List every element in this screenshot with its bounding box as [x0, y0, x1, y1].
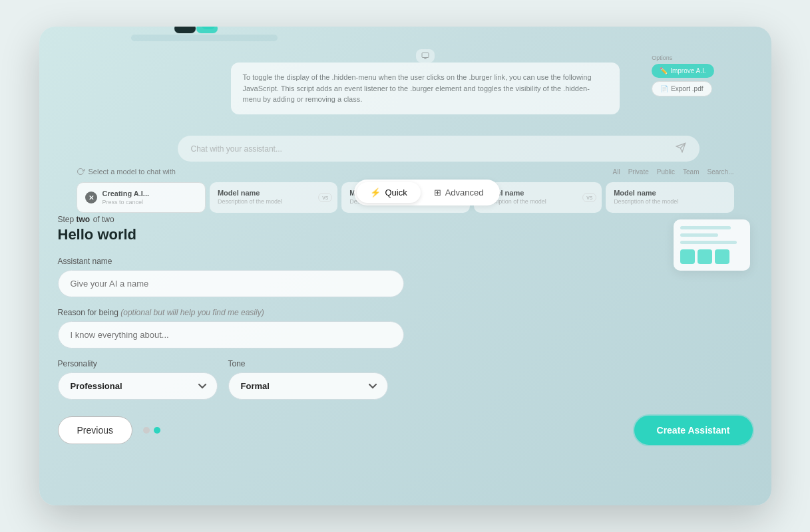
main-form-area: Step two of two Hello world ⚡ Quick ⊞ Ad… [58, 213, 753, 492]
improve-ai-button[interactable]: ✏️ Improve A.I. [652, 64, 713, 78]
floating-decoration-card [674, 219, 750, 271]
personality-label: Personality [58, 359, 218, 368]
create-assistant-button[interactable]: Create Assistant [634, 416, 753, 445]
options-panel: Options ✏️ Improve A.I. 📄 Export .pdf [652, 55, 713, 96]
cancel-icon[interactable]: ✕ [85, 192, 97, 203]
mode-toggle: ⚡ Quick ⊞ Advanced [354, 213, 499, 219]
vs-badge-1: vs [318, 193, 332, 202]
send-icon[interactable] [676, 142, 686, 155]
tone-label: Tone [228, 359, 388, 368]
creating-subtitle: Press to cancel [102, 199, 150, 205]
progress-dots [143, 427, 160, 434]
quick-mode-button[interactable]: ⚡ Quick [357, 182, 420, 203]
personality-select[interactable]: Professional Casual Friendly Formal [58, 372, 218, 400]
form-title: Hello world [58, 226, 753, 243]
robot-foot-left [174, 27, 196, 33]
quick-icon: ⚡ [370, 188, 381, 198]
tab-public[interactable]: Public [657, 168, 675, 176]
reason-label: Reason for being (optional but will help… [58, 308, 753, 317]
export-pdf-button[interactable]: 📄 Export .pdf [652, 81, 711, 96]
options-label: Options [652, 55, 713, 61]
dot-1 [143, 427, 150, 434]
advanced-icon: ⊞ [434, 188, 441, 198]
creating-ai-card[interactable]: ✕ Creating A.I... Press to cancel [77, 182, 206, 213]
tab-search[interactable]: Search... [707, 168, 733, 176]
reason-input[interactable] [58, 321, 404, 348]
dot-2 [154, 427, 160, 434]
robot-foot-right [196, 27, 218, 33]
refresh-icon [77, 168, 85, 176]
step-of: of two [93, 215, 114, 224]
device-frame: To toggle the display of the .hidden-men… [39, 27, 771, 505]
creating-title: Creating A.I... [102, 190, 150, 198]
dropdowns-row: Personality Professional Casual Friendly… [58, 359, 753, 400]
vs-badge-3: vs [582, 193, 596, 202]
tab-team[interactable]: Team [683, 168, 699, 176]
assistant-name-group: Assistant name [58, 257, 753, 297]
previous-button[interactable]: Previous [58, 416, 132, 444]
personality-group: Personality Professional Casual Friendly… [58, 359, 218, 400]
name-input[interactable] [58, 270, 404, 297]
model-selector-row: Select a model to chat with All Private … [77, 168, 734, 176]
step-bold: two [77, 215, 91, 224]
chat-bubble: To toggle the display of the .hidden-men… [231, 63, 620, 114]
chat-bubble-text: To toggle the display of the .hidden-men… [243, 73, 592, 103]
platform [131, 35, 278, 41]
advanced-mode-button[interactable]: ⊞ Advanced [421, 182, 497, 203]
tone-group: Tone Formal Casual Friendly Professional [228, 359, 388, 400]
reason-group: Reason for being (optional but will help… [58, 308, 753, 348]
tab-all[interactable]: All [613, 168, 620, 176]
robot-illustration: ⊞ [91, 27, 317, 49]
improve-icon: ✏️ [660, 67, 668, 74]
chat-input-placeholder: Chat with your assistant... [191, 144, 282, 154]
tab-private[interactable]: Private [628, 168, 649, 176]
svg-rect-0 [422, 53, 429, 58]
model-card-1[interactable]: Model name Description of the model vs [210, 182, 337, 213]
name-label: Assistant name [58, 257, 753, 266]
tone-select[interactable]: Formal Casual Friendly Professional [228, 372, 388, 400]
model-select-label: Select a model to chat with [89, 168, 176, 176]
file-icon: 📄 [660, 85, 668, 92]
chat-input-bar: Chat with your assistant... [178, 136, 700, 162]
model-card-4[interactable]: Model name Description of the model [606, 182, 733, 213]
footer-row: Previous Create Assistant [58, 416, 753, 445]
